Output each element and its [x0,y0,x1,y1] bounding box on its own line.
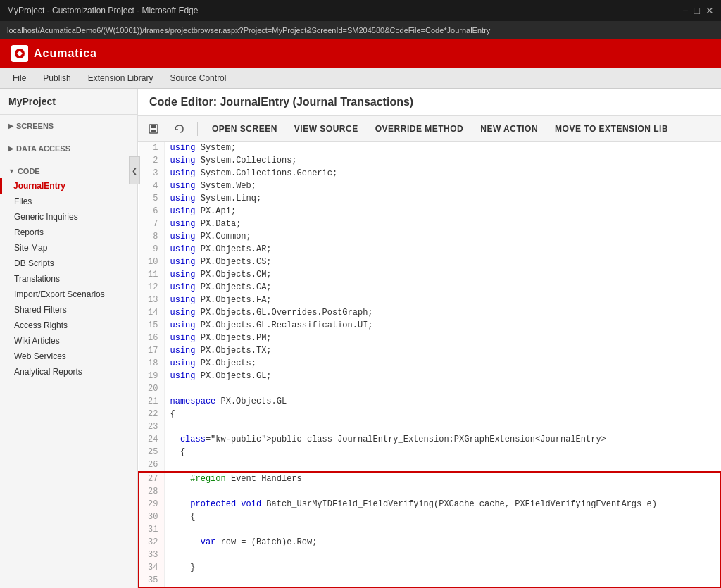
line-number: 34 [139,561,164,574]
table-row: 35 [139,574,720,587]
menu-publish[interactable]: Publish [36,70,77,86]
sidebar-collapse-button[interactable]: ❮ [129,156,140,184]
line-number: 21 [139,395,164,408]
undo-button[interactable] [169,120,189,137]
code-line: using PX.Objects.FA; [164,294,720,306]
line-number: 25 [139,446,164,458]
code-line: { [164,446,720,458]
line-number: 28 [139,485,164,498]
code-line [164,458,720,472]
title-bar: MyProject - Customization Project - Micr… [0,0,721,21]
sidebar-item-site-map[interactable]: Site Map [0,240,137,256]
sidebar-item-import-export[interactable]: Import/Export Scenarios [0,287,137,302]
app-topbar: Acumatica [0,39,721,68]
restore-icon[interactable]: □ [694,5,700,16]
code-line [164,549,720,561]
acumatica-logo-icon [11,45,28,62]
address-text: localhost/AcumaticaDemo6/(W(10001))/fram… [7,26,490,35]
app-logo-text: Acumatica [34,47,97,60]
line-number: 29 [139,498,164,511]
code-line [164,574,720,587]
sidebar-section-code[interactable]: ▼ CODE [0,164,137,178]
table-row: 1using System; [139,142,720,154]
sidebar-item-generic-inquiries[interactable]: Generic Inquiries [0,209,137,225]
line-number: 23 [139,420,164,433]
code-line: using PX.Objects.CM; [164,268,720,281]
sidebar-code-section: ▼ CODE JournalEntry Files Generic Inquir… [0,160,137,384]
sidebar-item-reports[interactable]: Reports [0,225,137,240]
code-line: using PX.Objects.PM; [164,332,720,344]
save-button[interactable] [144,120,163,137]
table-row: 27 #region Event Handlers [139,472,720,485]
sidebar-item-access-rights[interactable]: Access Rights [0,318,137,333]
sidebar-item-journal-entry[interactable]: JournalEntry [0,178,137,194]
sidebar-screens-section: ▶ SCREENS [0,115,137,137]
line-number: 33 [139,549,164,561]
table-row: 2using System.Collections; [139,154,720,167]
menu-source-control[interactable]: Source Control [163,70,233,86]
code-line: using PX.Objects.AR; [164,243,720,256]
table-row: 18using PX.Objects; [139,357,720,370]
table-row: 5using System.Linq; [139,192,720,205]
code-line: #region Event Handlers [164,472,720,485]
line-number: 20 [139,382,164,395]
table-row: 32 var row = (Batch)e.Row; [139,536,720,549]
code-line: using System.Web; [164,180,720,192]
code-line: using PX.Api; [164,205,720,218]
line-number: 17 [139,344,164,357]
line-number: 5 [139,192,164,205]
page-title: Code Editor: JournalEntry (Journal Trans… [149,96,413,108]
app-logo: Acumatica [11,45,97,62]
line-number: 16 [139,332,164,344]
sidebar-item-web-services[interactable]: Web Services [0,349,137,364]
window-controls[interactable]: − □ ✕ [682,5,714,16]
code-line: using PX.Objects; [164,357,720,370]
line-number: 3 [139,167,164,180]
open-screen-button[interactable]: OPEN SCREEN [206,121,283,137]
table-row: 25 { [139,446,720,458]
sidebar-item-translations[interactable]: Translations [0,271,137,287]
code-line [164,485,720,498]
table-row: 17using PX.Objects.TX; [139,344,720,357]
new-action-button[interactable]: NEW ACTION [475,121,544,137]
wiki-articles-label: Wiki Articles [14,336,60,346]
table-row: 34 } [139,561,720,574]
line-number: 14 [139,306,164,319]
sidebar-item-wiki-articles[interactable]: Wiki Articles [0,333,137,349]
view-source-button[interactable]: VIEW SOURCE [289,121,364,137]
table-row: 28 [139,485,720,498]
line-number: 19 [139,370,164,382]
code-label: CODE [18,167,40,175]
line-number: 6 [139,205,164,218]
close-icon[interactable]: ✕ [706,5,714,16]
line-number: 11 [139,268,164,281]
screens-label: SCREENS [16,122,54,130]
data-access-arrow-icon: ▶ [8,145,13,152]
code-line: using PX.Common; [164,230,720,243]
sidebar-item-db-scripts[interactable]: DB Scripts [0,256,137,271]
sidebar-section-screens[interactable]: ▶ SCREENS [0,119,137,133]
menu-file[interactable]: File [6,70,33,86]
sidebar-item-shared-filters[interactable]: Shared Filters [0,302,137,318]
sidebar-item-files[interactable]: Files [0,194,137,209]
sidebar-data-access-section: ▶ DATA ACCESS [0,137,137,160]
sidebar-item-analytical-reports[interactable]: Analytical Reports [0,364,137,380]
move-to-extension-lib-button[interactable]: MOVE TO EXTENSION LIB [549,121,674,137]
menu-extension-library[interactable]: Extension Library [81,70,161,86]
line-number: 10 [139,256,164,268]
line-number: 12 [139,281,164,294]
translations-label: Translations [14,274,60,284]
line-number: 2 [139,154,164,167]
table-row: 12using PX.Objects.CA; [139,281,720,294]
minimize-icon[interactable]: − [682,5,688,16]
code-editor[interactable]: 1using System;2using System.Collections;… [138,142,721,588]
code-line: using PX.Objects.GL.Overrides.PostGraph; [164,306,720,319]
code-line: using PX.Objects.GL; [164,370,720,382]
code-line: using PX.Data; [164,218,720,230]
table-row: 10using PX.Objects.CS; [139,256,720,268]
override-method-button[interactable]: OVERRIDE METHOD [370,121,470,137]
sidebar-section-data-access[interactable]: ▶ DATA ACCESS [0,142,137,156]
sidebar: MyProject ▶ SCREENS ▶ DATA ACCESS ▼ CODE… [0,89,138,588]
table-row: 3using System.Collections.Generic; [139,167,720,180]
code-line: using PX.Objects.TX; [164,344,720,357]
